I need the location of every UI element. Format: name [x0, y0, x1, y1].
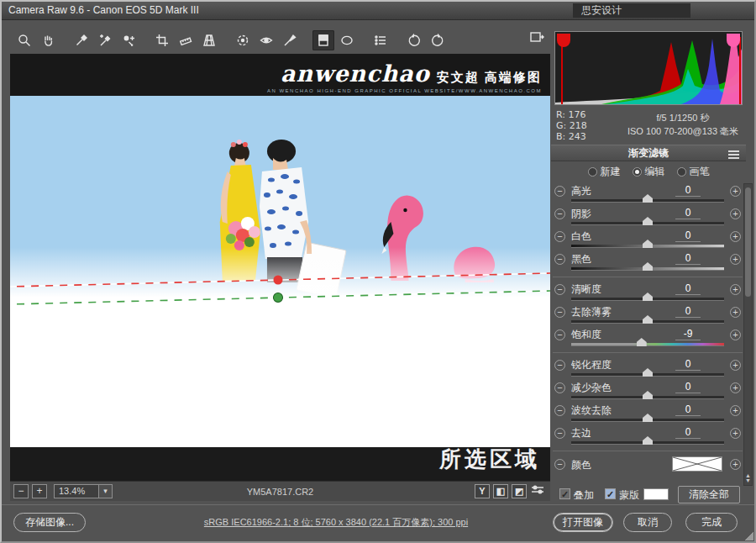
slider-value[interactable]: -9 [675, 328, 701, 340]
hand-tool-button[interactable] [37, 30, 59, 50]
color-swatch[interactable] [672, 456, 722, 472]
red-eye-tool-button[interactable] [255, 30, 277, 50]
slider-thumb[interactable] [643, 194, 653, 203]
toggle-filmstrip-icon[interactable] [529, 30, 544, 47]
cancel-button[interactable]: 取消 [623, 513, 672, 532]
slider-value[interactable]: 0 [675, 426, 701, 439]
increase-noise-reduction-button[interactable]: + [730, 382, 741, 393]
gradient-start-handle[interactable] [273, 276, 282, 285]
increase-moire-reduction-button[interactable]: + [730, 405, 741, 416]
increase-clarity-button[interactable]: + [730, 284, 741, 295]
gradient-end-handle[interactable] [273, 293, 282, 303]
slider-value[interactable]: 0 [675, 207, 701, 219]
increase-color-button[interactable]: + [730, 459, 741, 470]
slider-value[interactable]: 0 [675, 381, 701, 393]
before-after-split-button[interactable]: ◩ [512, 484, 527, 498]
mask-checkbox[interactable]: ✓ [605, 488, 616, 499]
color-sampler-tool-button[interactable] [94, 30, 116, 50]
adjustment-brush-tool-button[interactable] [279, 30, 301, 50]
scrollbar-thumb[interactable] [745, 187, 751, 297]
image-preview-area[interactable]: anwenchao 安文超 高端修图 AN WENCHAO HIGH-END G… [10, 54, 550, 481]
radio-icon[interactable] [588, 167, 597, 177]
preview-toggle-button[interactable]: Y [475, 484, 490, 498]
filter-mode-0[interactable]: 新建 [588, 165, 621, 179]
slider-thumb[interactable] [637, 338, 647, 346]
slider-value[interactable]: 0 [675, 184, 701, 197]
zoom-level-dropdown[interactable]: ▾ [99, 484, 113, 498]
clear-all-button[interactable]: 清除全部 [678, 486, 740, 503]
slider-thumb[interactable] [643, 293, 653, 301]
panel-menu-icon[interactable] [728, 149, 739, 161]
slider-thumb[interactable] [643, 315, 653, 324]
white-balance-tool-button[interactable] [71, 30, 92, 50]
preferences-button[interactable] [370, 30, 391, 50]
decrease-color-button[interactable]: − [554, 459, 565, 470]
increase-whites-button[interactable]: + [730, 231, 741, 242]
decrease-defringe-button[interactable]: − [554, 428, 565, 439]
image-status-bar: − + 13.4% ▾ YM5A7817.CR2 Y ◧ ◩ [10, 481, 550, 501]
radio-icon[interactable] [633, 167, 642, 177]
decrease-saturation-button[interactable]: − [554, 329, 565, 340]
increase-highlights-button[interactable]: + [730, 186, 741, 197]
straighten-tool-button[interactable] [175, 30, 197, 50]
workflow-options-link[interactable]: sRGB IEC61966-2.1; 8 位; 5760 x 3840 (22.… [136, 516, 536, 529]
decrease-blacks-button[interactable]: − [554, 254, 565, 265]
scrollbar-arrows[interactable]: ▲▼ [744, 473, 752, 483]
rotate-left-button[interactable] [403, 30, 425, 50]
filter-mode-1[interactable]: 编辑 [633, 165, 665, 179]
increase-dehaze-button[interactable]: + [730, 307, 741, 318]
done-button[interactable]: 完成 [685, 513, 738, 532]
shadow-clipping-indicator[interactable] [557, 34, 570, 47]
decrease-highlights-button[interactable]: − [554, 186, 565, 197]
overlay-checkbox[interactable]: ✓ [559, 488, 570, 499]
slider-thumb[interactable] [643, 391, 653, 399]
save-image-button[interactable]: 存储图像... [13, 513, 86, 532]
slider-thumb[interactable] [643, 217, 653, 225]
zoom-in-button[interactable]: + [32, 484, 47, 498]
decrease-sharpness-button[interactable]: − [554, 360, 565, 371]
zoom-tool-button[interactable] [13, 30, 35, 50]
rotate-right-button[interactable] [427, 30, 449, 50]
radio-icon[interactable] [677, 167, 686, 177]
decrease-noise-reduction-button[interactable]: − [554, 382, 565, 393]
decrease-whites-button[interactable]: − [554, 231, 565, 242]
increase-shadows-button[interactable]: + [730, 208, 741, 219]
filter-mode-2[interactable]: 画笔 [677, 165, 710, 179]
graduated-filter-tool-button[interactable] [312, 30, 334, 50]
slider-value[interactable]: 0 [675, 358, 701, 371]
resize-grip[interactable] [745, 532, 753, 540]
increase-sharpness-button[interactable]: + [730, 360, 741, 371]
preview-settings-icon[interactable] [530, 484, 545, 498]
open-image-button[interactable]: 打开图像 [553, 513, 613, 532]
radial-filter-tool-button[interactable] [336, 30, 358, 50]
slider-value[interactable]: 0 [675, 403, 701, 416]
zoom-level-value[interactable]: 13.4% [54, 484, 99, 498]
slider-thumb[interactable] [643, 436, 653, 445]
slider-value[interactable]: 0 [675, 252, 701, 265]
increase-saturation-button[interactable]: + [730, 329, 741, 340]
slider-value[interactable]: 0 [675, 282, 701, 295]
increase-blacks-button[interactable]: + [730, 254, 741, 265]
decrease-shadows-button[interactable]: − [554, 208, 565, 219]
spot-removal-tool-button[interactable] [232, 30, 254, 50]
before-after-left-right-button[interactable]: ◧ [493, 484, 508, 498]
slider-thumb[interactable] [643, 262, 653, 271]
decrease-dehaze-button[interactable]: − [554, 307, 565, 318]
crop-tool-button[interactable] [151, 30, 173, 50]
mask-color-swatch[interactable] [643, 488, 669, 500]
zoom-out-button[interactable]: − [13, 484, 29, 498]
transform-tool-button[interactable] [198, 30, 220, 50]
slider-thumb[interactable] [643, 414, 653, 422]
panel-scrollbar[interactable]: ▲▼ [743, 183, 753, 486]
targeted-adjustment-tool-button[interactable] [118, 30, 139, 50]
slider-track[interactable] [571, 343, 724, 346]
histogram[interactable] [554, 31, 743, 105]
slider-value[interactable]: 0 [675, 229, 701, 242]
slider-thumb[interactable] [643, 240, 653, 248]
increase-defringe-button[interactable]: + [730, 428, 741, 439]
decrease-moire-reduction-button[interactable]: − [554, 405, 565, 416]
highlight-clipping-indicator[interactable] [727, 34, 740, 47]
decrease-clarity-button[interactable]: − [554, 284, 565, 295]
slider-value[interactable]: 0 [675, 305, 701, 318]
slider-thumb[interactable] [643, 368, 653, 377]
